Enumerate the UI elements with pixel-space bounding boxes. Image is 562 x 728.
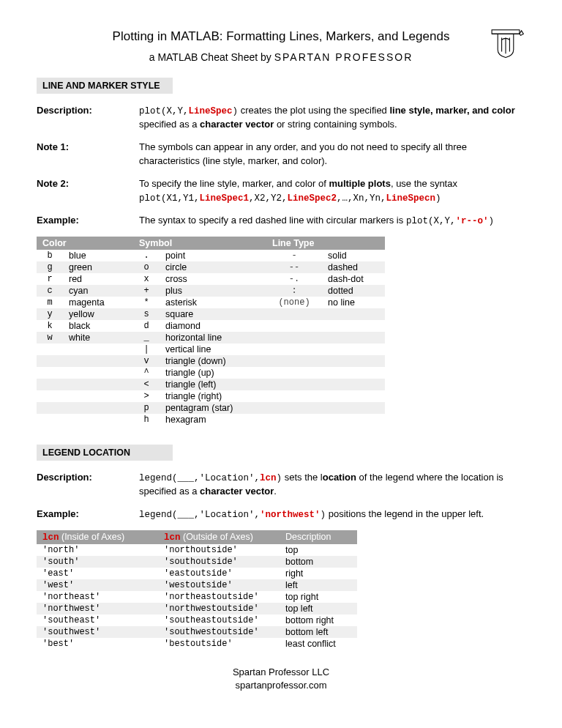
cell: 'southeast' xyxy=(37,614,158,626)
cell: < xyxy=(133,379,160,390)
cell: 'northeastoutside' xyxy=(158,591,280,603)
note2-label: Note 2: xyxy=(37,177,139,205)
cell: h xyxy=(133,414,160,426)
cell: magenta xyxy=(63,297,133,308)
cell xyxy=(266,343,322,355)
cell: p xyxy=(133,402,160,414)
cell xyxy=(63,390,133,402)
cell: triangle (down) xyxy=(160,355,266,367)
cell xyxy=(266,390,322,402)
description-body: plot(X,Y,LineSpec) creates the plot usin… xyxy=(139,104,525,132)
cell xyxy=(37,390,63,402)
cell: w xyxy=(37,332,63,343)
table-row: yyellowssquare xyxy=(37,308,385,320)
example-row: Example: The syntax to specify a red das… xyxy=(37,214,525,228)
cell: solid xyxy=(322,250,385,261)
cell: hexagram xyxy=(160,414,266,426)
cell xyxy=(266,332,322,343)
cell: 'northoutside' xyxy=(158,544,280,556)
cell: dotted xyxy=(322,285,385,297)
cell xyxy=(322,308,385,320)
page-title: Plotting in MATLAB: Formatting Lines, Ma… xyxy=(37,29,525,44)
code-plot: plot(X,Y,LineSpec) xyxy=(139,106,238,116)
cell: c xyxy=(37,285,63,297)
col-lcn-outside: lcn (Outside of Axes) xyxy=(158,530,280,544)
code-legend-example: legend(___,'Location','northwest') xyxy=(139,510,326,520)
cell: yellow xyxy=(63,308,133,320)
cell: x xyxy=(133,273,160,285)
cell xyxy=(266,320,322,332)
table-row: 'west''westoutside'left xyxy=(37,579,357,591)
cell xyxy=(37,343,63,355)
cell: : xyxy=(266,285,322,297)
cell: white xyxy=(63,332,133,343)
cell: cross xyxy=(160,273,266,285)
table-row: ^triangle (up) xyxy=(37,367,385,379)
legend-location-table: lcn (Inside of Axes) lcn (Outside of Axe… xyxy=(37,530,357,650)
cell xyxy=(63,355,133,367)
cell xyxy=(322,343,385,355)
table-row: ccyan+plus:dotted xyxy=(37,285,385,297)
footer-company: Spartan Professor LLC xyxy=(37,666,525,679)
footer-url: spartanprofessor.com xyxy=(37,679,525,692)
cell xyxy=(63,379,133,390)
cell: (none) xyxy=(266,297,322,308)
cell: 'southeastoutside' xyxy=(158,614,280,626)
cell: + xyxy=(133,285,160,297)
section-header-line-marker: LINE AND MARKER STYLE xyxy=(37,78,173,94)
cell: red xyxy=(63,273,133,285)
code-example: plot(X,Y,'r--o') xyxy=(406,216,494,226)
cell xyxy=(266,414,322,426)
cell xyxy=(322,402,385,414)
cell: 'southwest' xyxy=(37,626,158,638)
cell: top left xyxy=(280,603,357,614)
table-row: ggreenocircle--dashed xyxy=(37,261,385,273)
cell xyxy=(266,308,322,320)
table-row: 'best''bestoutside'least conflict xyxy=(37,638,357,650)
cell xyxy=(322,355,385,367)
cell xyxy=(322,332,385,343)
cell xyxy=(37,355,63,367)
cell: m xyxy=(37,297,63,308)
cell: pentagram (star) xyxy=(160,402,266,414)
cell: _ xyxy=(133,332,160,343)
note2-row: Note 2: To specify the line style, marke… xyxy=(37,177,525,205)
cell: top xyxy=(280,544,357,556)
cell xyxy=(322,414,385,426)
cell: 'best' xyxy=(37,638,158,650)
cell xyxy=(322,367,385,379)
example-body: The syntax to specify a red dashed line … xyxy=(139,214,525,228)
cell: square xyxy=(160,308,266,320)
page-subtitle: a MATLAB Cheat Sheet by SPARTAN PROFESSO… xyxy=(37,51,525,63)
table-row: wwhite_horizontal line xyxy=(37,332,385,343)
table-row: >triangle (right) xyxy=(37,390,385,402)
cell: bottom left xyxy=(280,626,357,638)
table-row: kblackddiamond xyxy=(37,320,385,332)
cell: point xyxy=(160,250,266,261)
footer: Spartan Professor LLC spartanprofessor.c… xyxy=(37,666,525,692)
col-linetype: Line Type xyxy=(266,237,385,250)
cell xyxy=(266,379,322,390)
cell: b xyxy=(37,250,63,261)
cell xyxy=(37,367,63,379)
cell: triangle (up) xyxy=(160,367,266,379)
line-marker-table: Color Symbol Line Type bblue.point-solid… xyxy=(37,237,385,426)
subtitle-brand: SPARTAN PROFESSOR xyxy=(274,51,413,63)
page: Plotting in MATLAB: Formatting Lines, Ma… xyxy=(0,0,562,714)
cell: 'southwestoutside' xyxy=(158,626,280,638)
spartan-logo xyxy=(486,22,525,64)
legend-description-row: Description: legend(___,'Location',lcn) … xyxy=(37,471,525,499)
cell: blue xyxy=(63,250,133,261)
cell xyxy=(266,402,322,414)
cell xyxy=(322,390,385,402)
cell: bottom xyxy=(280,556,357,568)
cell: | xyxy=(133,343,160,355)
col-color: Color xyxy=(37,237,133,250)
cell: dash-dot xyxy=(322,273,385,285)
cell: * xyxy=(133,297,160,308)
cell: k xyxy=(37,320,63,332)
subtitle-prefix: a MATLAB Cheat Sheet by xyxy=(149,51,274,63)
svg-rect-0 xyxy=(492,30,520,34)
table-row: 'northeast''northeastoutside'top right xyxy=(37,591,357,603)
table-row: 'northwest''northwestoutside'top left xyxy=(37,603,357,614)
